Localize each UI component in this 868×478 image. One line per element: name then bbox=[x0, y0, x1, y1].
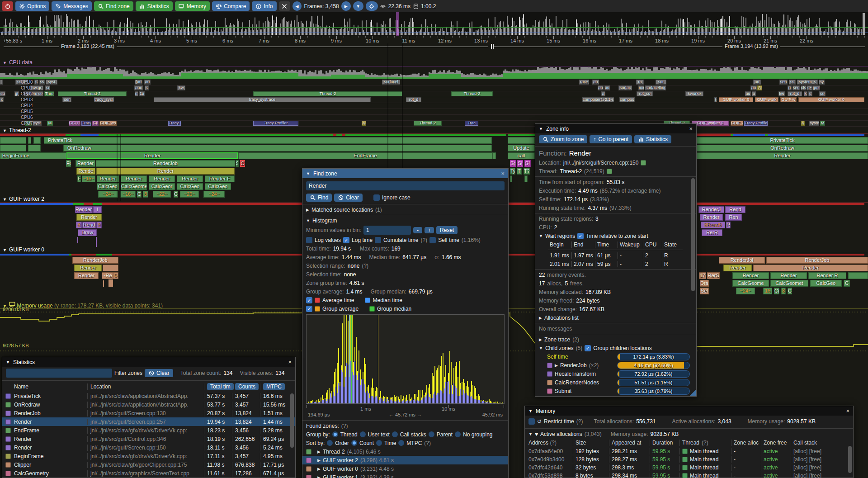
cpu-zone[interactable]: syst bbox=[33, 121, 42, 126]
cpu-zone[interactable]: kw bbox=[177, 85, 185, 90]
cpu-zone[interactable]: M bbox=[820, 121, 825, 126]
resize-grip[interactable] bbox=[690, 390, 696, 396]
find-button[interactable]: Find bbox=[306, 194, 332, 202]
zone-render[interactable]: Render bbox=[76, 214, 102, 221]
zone-beginframe[interactable]: BeginFrame bbox=[0, 152, 66, 159]
cpu-zone[interactable]: A bbox=[757, 85, 762, 90]
cpu-zone[interactable]: M bbox=[47, 121, 53, 126]
active-allocations-toggle[interactable]: ▼♥ Active allocations(3,043) Memory usag… bbox=[525, 430, 853, 438]
zone-render[interactable]: Render bbox=[700, 214, 723, 221]
zone-c[interactable]: C bbox=[174, 191, 178, 198]
min-bin-increase-button[interactable]: + bbox=[425, 227, 434, 233]
column-header-call-stack[interactable]: Call stack bbox=[791, 440, 853, 446]
child-zone-row[interactable]: RecalcTransform72.92 µs (1.62%) bbox=[535, 369, 696, 378]
found-zone-group-guif-worker-2[interactable]: ▶GUIF worker 2(3,296) 4.61 s bbox=[302, 456, 508, 464]
zone-renderj[interactable]: RenderJ bbox=[698, 206, 724, 213]
zone-rers[interactable]: RerS bbox=[707, 272, 720, 279]
column-header-name[interactable]: Name bbox=[14, 383, 87, 390]
cpu-zone[interactable]: x bbox=[0, 97, 4, 102]
memory-allocation-row[interactable]: 0x7dfaa64e00192 bytes298.21 ms59.95 sMai… bbox=[525, 447, 853, 455]
cpu-zone[interactable]: Tracy Profiler bbox=[253, 121, 298, 126]
memory-allocation-row[interactable]: 0x7dfc42d64032 bytes298.3 ms59.95 sMain … bbox=[525, 464, 853, 472]
zone-render[interactable]: Render bbox=[177, 175, 203, 182]
close-icon[interactable]: × bbox=[846, 407, 849, 414]
restrict-time-checkbox[interactable] bbox=[528, 418, 535, 425]
column-header-counts[interactable]: Counts bbox=[235, 383, 259, 390]
clear-button[interactable]: Clear bbox=[334, 194, 363, 202]
cpu-zone[interactable]: sy bbox=[819, 80, 825, 85]
close-icon[interactable]: × bbox=[501, 170, 505, 177]
zone-draw[interactable]: Draw bbox=[78, 229, 97, 236]
zone-unnamed[interactable] bbox=[524, 175, 528, 182]
statistics-row-render[interactable]: Renderjni/../jni/src/guif/Screen.cpp:150… bbox=[2, 443, 295, 452]
cpu-zone[interactable]: sur bbox=[656, 80, 666, 85]
zone-render[interactable]: Render bbox=[697, 152, 868, 159]
statistics-row-renderjob[interactable]: RenderJobjni/../jni/src/guif/Screen.cpp:… bbox=[2, 409, 295, 417]
zone-render-f[interactable]: Render F bbox=[205, 175, 235, 182]
statistics-row-calcgeometry[interactable]: CalcGeometryjni/../jni/src/claw/graphics… bbox=[2, 469, 295, 478]
found-zone-group-thread-2[interactable]: ▶Thread-2(4,105) 6.46 s bbox=[302, 447, 508, 456]
zone-c[interactable]: C bbox=[844, 280, 850, 287]
cpu-zone[interactable]: rot_co bbox=[637, 91, 653, 96]
cpu-zone[interactable]: tracy_sysn bbox=[94, 97, 114, 102]
memory-scrollbar[interactable] bbox=[848, 446, 852, 473]
zone-update[interactable]: Update bbox=[508, 145, 535, 151]
cpu-zone[interactable]: syste bbox=[809, 121, 819, 126]
zone-dra[interactable]: Dra bbox=[700, 280, 709, 287]
sort-by-radio-order[interactable] bbox=[327, 440, 333, 446]
memory-titlebar[interactable]: ▼ Memory × bbox=[525, 406, 853, 416]
cpu-zone[interactable]: kworke bbox=[685, 91, 703, 96]
time-relative-checkbox[interactable]: ✓ bbox=[577, 233, 584, 239]
zone-rencer[interactable]: Rencer bbox=[732, 272, 769, 279]
cpu-zone[interactable]: race bbox=[579, 80, 589, 85]
cpu-zone[interactable]: (au bbox=[135, 80, 142, 85]
cpu-zone[interactable]: au bbox=[592, 80, 599, 85]
zone-render[interactable]: Render bbox=[66, 152, 238, 159]
group-by-radio-user-text[interactable] bbox=[360, 431, 366, 437]
zone-unnamed[interactable] bbox=[33, 137, 41, 144]
zone-c[interactable]: C bbox=[137, 191, 142, 198]
cpu-zone[interactable]: g( bbox=[14, 91, 19, 96]
column-header-mtpc[interactable]: MTPC bbox=[263, 383, 285, 390]
cpu-zone[interactable]: surf bbox=[0, 91, 5, 96]
column-header-duration[interactable]: Duration bbox=[650, 440, 679, 446]
zone-calcgeo[interactable]: CalcGeo bbox=[97, 183, 119, 190]
cpu-zone[interactable]: s bbox=[145, 85, 149, 90]
section-header-thread-2[interactable]: ▼Thread-2 bbox=[3, 127, 31, 133]
zone-ren[interactable]: Ren bbox=[725, 214, 742, 221]
zone-unnamed[interactable] bbox=[28, 145, 41, 151]
statistics-scrollbar[interactable] bbox=[290, 393, 294, 448]
cpu-zone[interactable]: ser bbox=[62, 97, 71, 102]
cpu-zone[interactable]: s bbox=[808, 91, 812, 96]
cpu-zone[interactable]: cls bbox=[801, 85, 807, 90]
zone-rende[interactable]: Rende bbox=[76, 168, 95, 175]
sort-by-radio-mtpc[interactable] bbox=[398, 440, 404, 446]
histogram-plot[interactable] bbox=[306, 314, 505, 404]
zone-trace-toggle[interactable]: ▶Zone trace(2) bbox=[535, 335, 696, 344]
log-time-checkbox[interactable]: ✓ bbox=[343, 237, 349, 243]
zone-17[interactable]: 17 bbox=[699, 272, 706, 279]
cpu-zone[interactable]: GUIF worker 0 bbox=[798, 97, 864, 102]
ignore-case-checkbox[interactable] bbox=[373, 194, 380, 201]
cpu-zone[interactable]: Tracy bbox=[81, 121, 91, 126]
close-icon[interactable]: × bbox=[288, 359, 292, 365]
sort-by-radio-count[interactable] bbox=[351, 440, 357, 446]
zone-calcgeome[interactable]: CalcGeome bbox=[732, 280, 769, 287]
sort-by-radio-time[interactable] bbox=[376, 440, 382, 446]
zone--22-[interactable]: ~22~ bbox=[153, 191, 171, 198]
column-header-appeared[interactable]: Appeared at bbox=[609, 440, 650, 446]
cpu-zone[interactable]: Tracy I bbox=[168, 121, 181, 126]
zone-onredraw[interactable]: OnRedraw bbox=[697, 145, 868, 151]
column-header-address[interactable]: Address bbox=[528, 440, 548, 446]
close-icon[interactable]: × bbox=[689, 125, 693, 132]
zone-render[interactable]: Render bbox=[753, 265, 868, 271]
zone-unnamed[interactable] bbox=[848, 272, 868, 279]
cpu-zone[interactable]: GGUIF bbox=[69, 121, 80, 126]
cpu-zone[interactable]: s bbox=[34, 80, 38, 85]
zone-calcgeor[interactable]: CalcGeor bbox=[149, 183, 175, 190]
filter-zones-input[interactable] bbox=[6, 369, 112, 378]
cpu-zone[interactable]: au bbox=[598, 85, 604, 90]
zone-9[interactable]: 9 bbox=[96, 222, 102, 228]
statistics-row-render[interactable]: Renderjni/../jni/src/guif/Control.cpp:34… bbox=[2, 435, 295, 443]
child-zone-row[interactable]: Self time172.14 µs (3.83%) bbox=[535, 352, 696, 361]
